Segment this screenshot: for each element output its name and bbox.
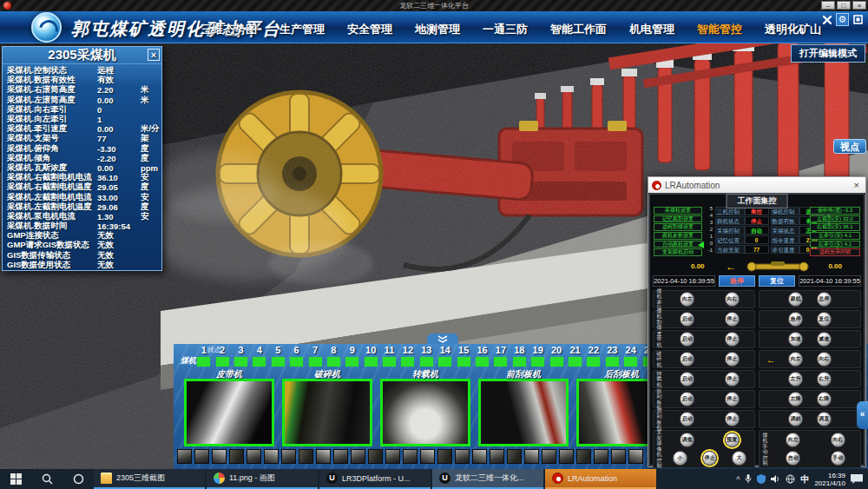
gear-icon[interactable]: ⚙ — [836, 13, 849, 26]
tray-clock[interactable]: 16:39 2021/4/10 — [814, 472, 845, 487]
film-thumb[interactable] — [507, 449, 522, 464]
film-thumb[interactable] — [594, 449, 608, 464]
film-thumb[interactable] — [316, 449, 331, 464]
setting-button[interactable]: 自动跟机设置 — [654, 241, 702, 248]
search-icon[interactable] — [31, 469, 62, 489]
taskbar-item[interactable]: LRAutomation — [545, 469, 656, 489]
round-button[interactable]: 调直 — [817, 412, 832, 426]
film-thumb[interactable] — [576, 449, 591, 464]
film-thumb[interactable] — [542, 449, 556, 464]
round-button[interactable]: 启动 — [680, 412, 694, 426]
menu-item[interactable]: 地测管理 — [404, 22, 471, 37]
setting-button[interactable]: 采煤机设置 — [654, 207, 702, 215]
taskbar-item[interactable]: 龙软二三维一体化... — [432, 469, 543, 489]
round-button[interactable]: 减速 — [817, 332, 832, 347]
minimize-button[interactable]: – — [821, 1, 835, 10]
film-thumb[interactable] — [264, 449, 279, 464]
expand-panel-chevron[interactable]: « — [857, 401, 868, 429]
round-button[interactable]: 启动 — [680, 332, 694, 347]
film-thumb[interactable] — [351, 449, 365, 464]
estop-button[interactable]: 急停 — [719, 275, 755, 287]
round-button[interactable]: 向右 — [831, 433, 845, 447]
round-button[interactable]: 停止 — [702, 451, 717, 466]
lr-close-icon[interactable]: × — [852, 180, 862, 190]
camera-feed[interactable] — [282, 379, 372, 446]
film-thumb[interactable] — [524, 449, 539, 464]
menu-item[interactable]: 智能工作面 — [539, 22, 618, 37]
menu-item[interactable]: 生产管理 — [268, 22, 336, 37]
round-button[interactable]: 停止 — [725, 412, 740, 426]
tools-icon[interactable] — [820, 13, 833, 26]
status-cell[interactable] — [547, 357, 565, 367]
round-button[interactable]: 向左 — [788, 352, 803, 367]
status-cell[interactable] — [362, 357, 380, 367]
setting-button[interactable]: 远程割煤设置 — [654, 223, 702, 231]
round-button[interactable]: 停止 — [725, 312, 740, 327]
status-cell[interactable] — [491, 357, 510, 367]
status-cell[interactable] — [510, 357, 529, 367]
status-cell[interactable] — [213, 357, 231, 367]
status-cell[interactable] — [584, 357, 602, 367]
film-thumb[interactable] — [368, 449, 383, 464]
workface-control-tab[interactable]: 工作面集控 — [727, 194, 788, 208]
film-thumb[interactable] — [472, 449, 487, 464]
status-cell[interactable] — [566, 357, 584, 367]
status-cell[interactable] — [621, 357, 640, 367]
readout-button[interactable]: 左截割(安) 33.0 — [810, 215, 860, 223]
camera-feed[interactable] — [380, 379, 470, 446]
status-cell[interactable] — [436, 357, 454, 367]
menu-item[interactable]: 智能管控 — [686, 22, 753, 37]
ime-indicator[interactable]: 中 — [800, 473, 809, 486]
round-button[interactable]: 左升 — [788, 372, 803, 387]
speaker-icon[interactable] — [771, 474, 780, 484]
network-globe-icon[interactable] — [786, 474, 795, 484]
round-button[interactable]: 小 — [673, 451, 687, 466]
menu-item[interactable]: 三维态势图 — [189, 22, 268, 37]
status-cell[interactable] — [398, 357, 417, 367]
film-thumb[interactable] — [333, 449, 348, 464]
security-shield-icon[interactable] — [757, 474, 766, 484]
film-thumb[interactable] — [281, 449, 296, 464]
status-cell[interactable] — [380, 357, 398, 367]
status-cell[interactable] — [306, 357, 324, 367]
film-thumb[interactable] — [611, 449, 626, 464]
status-cell[interactable] — [325, 357, 343, 367]
tray-chevron-icon[interactable]: ^ — [736, 475, 740, 484]
round-button[interactable]: 急停 — [788, 312, 803, 327]
status-cell[interactable] — [473, 357, 491, 367]
taskbar-item[interactable]: 2305三维截图 — [94, 469, 205, 489]
round-button[interactable]: 左降 — [788, 392, 803, 406]
status-cell[interactable] — [269, 357, 287, 367]
round-button[interactable]: 向左 — [786, 433, 800, 447]
round-button[interactable]: 向右 — [725, 292, 740, 307]
film-thumb[interactable] — [490, 449, 504, 464]
round-button[interactable]: 手动 — [831, 451, 845, 466]
film-thumb[interactable] — [229, 449, 244, 464]
menu-item[interactable]: 机电管理 — [618, 22, 686, 37]
film-thumb[interactable] — [628, 449, 643, 464]
taskbar-item[interactable]: LR3DPlatform - U... — [319, 469, 431, 489]
status-cell[interactable] — [250, 357, 268, 367]
round-button[interactable]: 跟机 — [788, 292, 803, 307]
round-button[interactable]: 停止 — [725, 352, 740, 367]
round-button[interactable]: 预置 — [725, 433, 740, 447]
round-button[interactable]: 启动 — [680, 352, 694, 367]
round-button[interactable]: 启动 — [680, 392, 694, 406]
notification-center-icon[interactable] — [851, 474, 863, 484]
panel-close-icon[interactable]: × — [148, 49, 160, 61]
setting-button[interactable]: 支架跟机启动 — [654, 248, 702, 256]
menu-item[interactable]: 一通三防 — [471, 22, 539, 37]
round-button[interactable]: 加速 — [788, 332, 803, 347]
film-thumb[interactable] — [455, 449, 470, 464]
film-thumb[interactable] — [212, 449, 227, 464]
round-button[interactable]: 右升 — [817, 372, 832, 387]
round-button[interactable]: 停止 — [725, 332, 740, 347]
start-button[interactable] — [0, 469, 31, 489]
readout-button[interactable]: 左牵引(安) 4.1 — [810, 232, 860, 240]
film-thumb[interactable] — [420, 449, 435, 464]
film-thumb[interactable] — [247, 449, 261, 464]
camera-feed[interactable] — [478, 379, 569, 446]
readout-button[interactable]: 右牵引(安) 4.1 — [810, 241, 860, 248]
film-thumb[interactable] — [194, 449, 209, 464]
close-button[interactable]: × — [852, 1, 866, 10]
